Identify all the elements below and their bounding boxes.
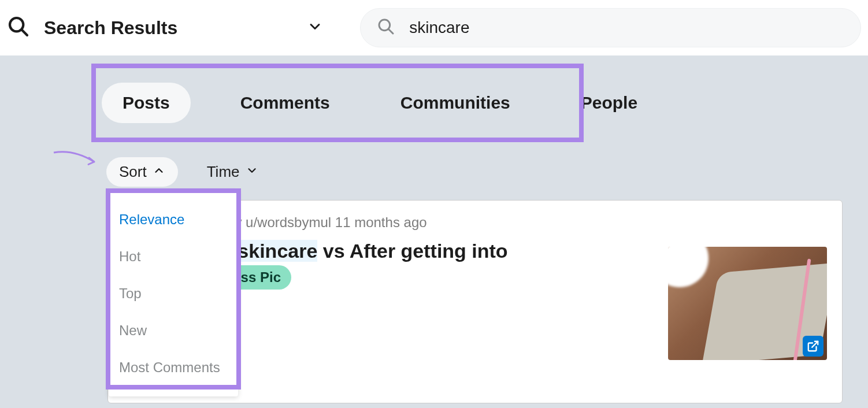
header-bar: Search Results <box>0 0 868 55</box>
annotation-arrow-icon <box>51 148 103 171</box>
sort-dropdown-menu: Relevance Hot Top New Most Comments <box>109 191 238 396</box>
tab-comments[interactable]: Comments <box>220 83 351 123</box>
chevron-down-icon[interactable] <box>307 18 323 37</box>
svg-line-4 <box>812 342 818 347</box>
post-time-ago: 11 months ago <box>335 214 427 230</box>
sort-option-top[interactable]: Top <box>109 275 238 312</box>
tab-people[interactable]: People <box>560 83 658 123</box>
page-title: Search Results <box>44 17 177 39</box>
search-input[interactable] <box>409 18 844 37</box>
sort-option-most-comments[interactable]: Most Comments <box>109 349 238 386</box>
external-link-icon[interactable] <box>803 336 824 357</box>
tab-communities[interactable]: Communities <box>380 83 531 123</box>
time-dropdown-trigger[interactable]: Time <box>194 157 271 187</box>
chevron-up-icon <box>153 163 165 181</box>
post-thumbnail[interactable] <box>668 247 827 360</box>
filters-row: Sort Time <box>106 157 271 187</box>
svg-line-3 <box>389 29 393 34</box>
search-tabs: Posts Comments Communities People <box>102 74 658 132</box>
sort-option-hot[interactable]: Hot <box>109 238 238 275</box>
search-icon <box>7 15 30 40</box>
sort-dropdown-trigger[interactable]: Sort <box>106 157 178 187</box>
search-highlight: skincare <box>238 240 317 262</box>
sort-label: Sort <box>119 163 147 181</box>
svg-line-1 <box>22 30 27 35</box>
header-left: Search Results <box>7 15 177 40</box>
post-author[interactable]: u/wordsbymul <box>246 214 331 230</box>
tab-posts[interactable]: Posts <box>102 83 191 123</box>
sort-option-relevance[interactable]: Relevance <box>109 201 238 238</box>
search-icon <box>377 17 395 38</box>
sort-option-new[interactable]: New <box>109 312 238 349</box>
chevron-down-icon <box>246 163 258 181</box>
time-label: Time <box>207 163 240 181</box>
search-field[interactable] <box>360 8 861 47</box>
